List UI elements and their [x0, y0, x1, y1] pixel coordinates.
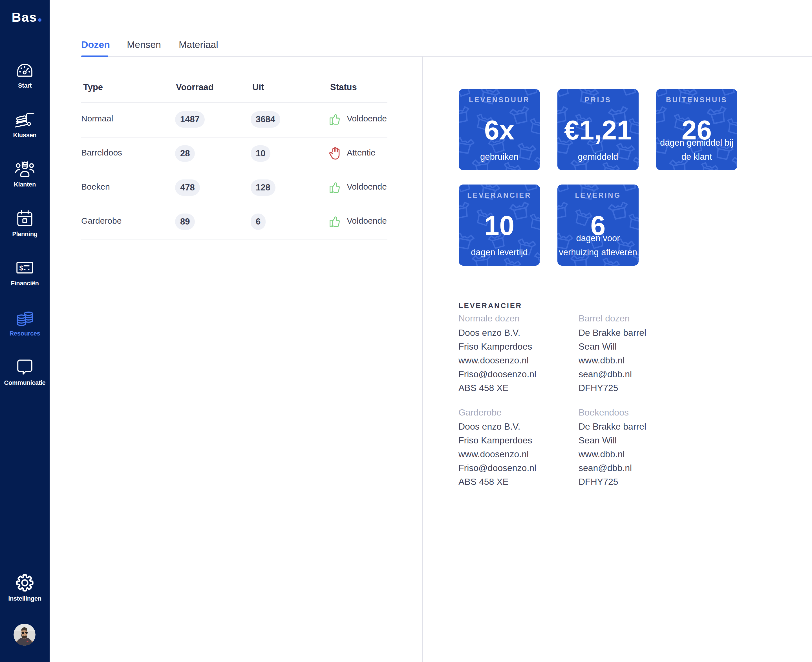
- svg-text:$: $: [19, 264, 23, 272]
